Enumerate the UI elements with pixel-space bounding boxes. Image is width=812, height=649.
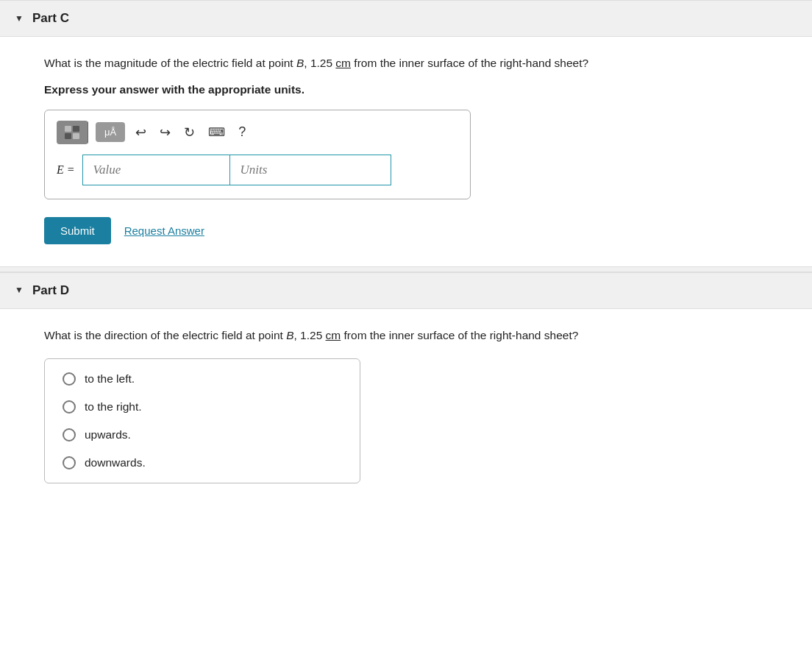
radio-circle-upwards <box>63 428 76 441</box>
part-c-actions: Submit Request Answer <box>44 217 768 244</box>
value-input[interactable] <box>82 155 229 185</box>
part-c-instruction: Express your answer with the appropriate… <box>44 83 768 96</box>
grid-icon-group[interactable] <box>57 121 88 144</box>
part-d-chevron-icon: ▼ <box>15 285 24 296</box>
equation-row: E = <box>57 155 458 185</box>
chevron-down-icon: ▼ <box>15 13 24 24</box>
radio-label-left: to the left. <box>85 372 135 386</box>
radio-option-upwards[interactable]: upwards. <box>63 428 342 441</box>
radio-option-left[interactable]: to the left. <box>63 372 342 386</box>
part-d-header[interactable]: ▼ Part D <box>0 272 812 309</box>
svg-rect-0 <box>65 126 71 132</box>
part-d-body: What is the direction of the electric fi… <box>0 309 812 506</box>
svg-rect-1 <box>73 126 79 132</box>
radio-circle-left <box>63 372 76 386</box>
radio-label-upwards: upwards. <box>85 428 131 441</box>
part-c-answer-box: μÅ ↩ ↪ ↻ ⌨ ? E = <box>44 110 471 199</box>
request-answer-link[interactable]: Request Answer <box>124 224 204 237</box>
part-c-cm: cm <box>335 57 351 69</box>
svg-rect-3 <box>73 133 79 139</box>
grid-icon <box>64 125 80 140</box>
part-c-question: What is the magnitude of the electric fi… <box>44 54 768 73</box>
part-d-question: What is the direction of the electric fi… <box>44 327 768 345</box>
radio-label-right: to the right. <box>85 400 142 414</box>
svg-rect-2 <box>65 133 71 139</box>
units-input[interactable] <box>229 155 391 185</box>
units-button[interactable]: μÅ <box>96 122 125 142</box>
radio-label-downwards: downwards. <box>85 456 146 469</box>
part-c-body: What is the magnitude of the electric fi… <box>0 37 812 266</box>
radio-circle-downwards <box>63 456 76 469</box>
submit-button[interactable]: Submit <box>44 217 111 244</box>
part-d-cm: cm <box>326 329 341 341</box>
refresh-button[interactable]: ↻ <box>181 123 198 142</box>
section-divider <box>0 266 812 272</box>
radio-option-downwards[interactable]: downwards. <box>63 456 342 469</box>
help-button[interactable]: ? <box>235 123 249 141</box>
radio-option-right[interactable]: to the right. <box>63 400 342 414</box>
redo-button[interactable]: ↪ <box>157 123 174 142</box>
undo-button[interactable]: ↩ <box>132 123 149 142</box>
radio-circle-right <box>63 400 76 414</box>
part-c-header[interactable]: ▼ Part C <box>0 0 812 37</box>
radio-options-box: to the left. to the right. upwards. down… <box>44 358 360 483</box>
keyboard-button[interactable]: ⌨ <box>205 124 228 141</box>
equation-label: E = <box>57 163 75 177</box>
grid-icon-button[interactable] <box>57 121 88 144</box>
part-c-toolbar: μÅ ↩ ↪ ↻ ⌨ ? <box>57 121 458 144</box>
part-c-title: Part C <box>32 11 69 26</box>
part-d-title: Part D <box>32 283 69 298</box>
